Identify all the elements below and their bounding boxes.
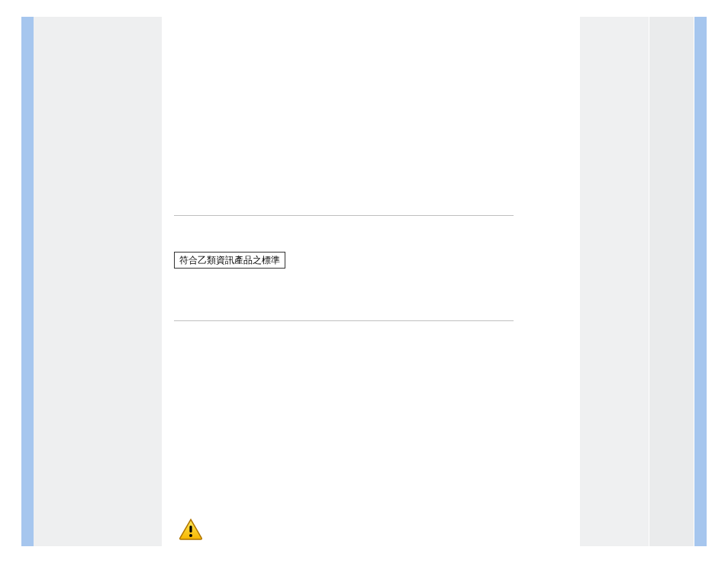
right-gutter-col-b — [649, 17, 694, 546]
left-blue-stripe — [21, 17, 34, 546]
horizontal-rule — [174, 320, 514, 321]
right-blue-stripe — [694, 17, 707, 546]
left-sidebar-col — [34, 17, 162, 546]
svg-rect-0 — [189, 526, 192, 532]
right-gutter-col-a — [580, 17, 649, 546]
horizontal-rule — [174, 215, 514, 216]
svg-point-1 — [189, 534, 192, 537]
warning-icon — [178, 518, 204, 541]
compliance-statement-box: 符合乙類資訊產品之標準 — [174, 252, 285, 269]
document-main-column — [162, 17, 580, 546]
